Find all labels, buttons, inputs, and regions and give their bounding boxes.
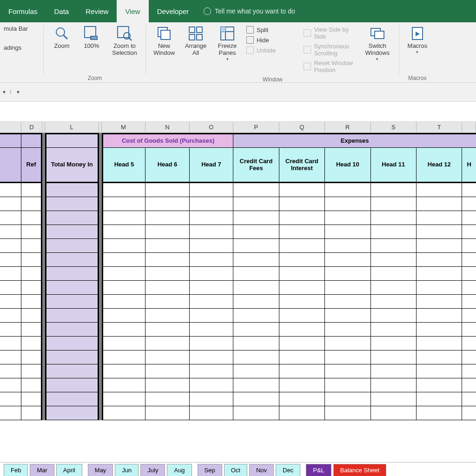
table-row[interactable] <box>0 295 476 309</box>
cell[interactable] <box>45 309 99 323</box>
cell[interactable] <box>21 267 42 281</box>
cell[interactable] <box>0 406 21 420</box>
cell[interactable] <box>145 239 190 253</box>
table-row[interactable] <box>0 392 476 406</box>
cell[interactable] <box>21 211 42 225</box>
cell[interactable] <box>325 364 370 378</box>
cell[interactable] <box>45 295 99 309</box>
zoom-100-button[interactable]: 100 100% <box>79 24 104 51</box>
cell[interactable] <box>416 406 462 420</box>
cell[interactable] <box>21 364 42 378</box>
cell[interactable] <box>45 406 99 420</box>
cell[interactable] <box>145 183 190 197</box>
cell[interactable] <box>21 406 42 420</box>
cell[interactable] <box>21 281 42 295</box>
cell[interactable] <box>325 392 370 406</box>
cell[interactable] <box>371 364 416 378</box>
cell[interactable] <box>325 350 370 364</box>
cell[interactable] <box>0 378 21 392</box>
cell[interactable] <box>0 323 21 337</box>
cell[interactable] <box>462 183 476 197</box>
cell[interactable] <box>279 406 325 420</box>
cell[interactable] <box>416 378 462 392</box>
column-header[interactable]: Q <box>279 122 325 132</box>
cell[interactable] <box>190 309 234 323</box>
new-window-button[interactable]: New Window <box>150 24 178 58</box>
cell[interactable] <box>279 183 325 197</box>
cell[interactable] <box>102 281 146 295</box>
column-header[interactable]: S <box>371 122 416 132</box>
zoom-button[interactable]: Zoom <box>47 24 76 51</box>
cell[interactable] <box>462 309 476 323</box>
hide-button[interactable]: Hide <box>246 35 269 45</box>
cell[interactable] <box>233 197 279 211</box>
cell[interactable] <box>45 364 99 378</box>
cell[interactable] <box>371 267 416 281</box>
cell[interactable] <box>279 378 325 392</box>
cell[interactable] <box>416 392 462 406</box>
sheet-tab-april[interactable]: April <box>56 464 82 476</box>
cell[interactable] <box>45 253 99 267</box>
cell[interactable] <box>462 253 476 267</box>
cell[interactable] <box>233 406 279 420</box>
table-row[interactable] <box>0 225 476 239</box>
cell[interactable] <box>102 267 146 281</box>
table-row[interactable] <box>0 267 476 281</box>
cell[interactable] <box>145 350 190 364</box>
cell[interactable] <box>190 183 234 197</box>
cell[interactable] <box>45 392 99 406</box>
cell[interactable] <box>325 337 370 350</box>
cell[interactable] <box>371 378 416 392</box>
cell[interactable] <box>279 239 325 253</box>
table-row[interactable] <box>0 323 476 337</box>
cell[interactable] <box>45 378 99 392</box>
cell[interactable] <box>21 392 42 406</box>
cell[interactable] <box>21 378 42 392</box>
cell[interactable] <box>145 211 190 225</box>
cell[interactable] <box>325 406 370 420</box>
column-header[interactable]: R <box>325 122 370 132</box>
tab-formulas[interactable]: Formulas <box>0 0 46 22</box>
sheet-tab-pl[interactable]: P&L <box>306 464 331 476</box>
cell[interactable] <box>190 281 234 295</box>
cell[interactable] <box>45 225 99 239</box>
cell[interactable] <box>233 392 279 406</box>
column-header[interactable]: T <box>416 122 462 132</box>
cell[interactable] <box>371 239 416 253</box>
cell[interactable] <box>233 295 279 309</box>
cell[interactable] <box>371 281 416 295</box>
unhide-button[interactable]: Unhide <box>246 46 276 55</box>
cell[interactable] <box>371 183 416 197</box>
cell[interactable] <box>102 323 146 337</box>
cell[interactable] <box>145 197 190 211</box>
cell[interactable] <box>416 225 462 239</box>
formula-bar-area[interactable] <box>0 101 476 122</box>
table-row[interactable] <box>0 211 476 225</box>
cell[interactable] <box>145 267 190 281</box>
cell[interactable] <box>416 337 462 350</box>
cell[interactable] <box>416 253 462 267</box>
sheet-tab-aug[interactable]: Aug <box>167 464 192 476</box>
cell[interactable] <box>416 197 462 211</box>
cell[interactable] <box>190 197 234 211</box>
cell[interactable] <box>279 350 325 364</box>
cell[interactable] <box>279 281 325 295</box>
sheet-tab-oct[interactable]: Oct <box>224 464 247 476</box>
cell[interactable] <box>145 378 190 392</box>
cell[interactable] <box>462 267 476 281</box>
cell[interactable] <box>416 267 462 281</box>
cell[interactable] <box>462 323 476 337</box>
qat-icon[interactable]: ▾ <box>3 89 6 95</box>
cell[interactable] <box>279 392 325 406</box>
cell[interactable] <box>325 211 370 225</box>
qat-dropdown[interactable]: ▾ <box>17 89 20 95</box>
cell[interactable] <box>0 267 21 281</box>
cell[interactable] <box>371 323 416 337</box>
cell[interactable] <box>416 350 462 364</box>
cell[interactable] <box>145 253 190 267</box>
table-row[interactable] <box>0 253 476 267</box>
sheet-tab-balance-sheet[interactable]: Balance Sheet <box>333 464 387 476</box>
cell[interactable] <box>102 211 146 225</box>
tell-me-search[interactable]: Tell me what you want to do <box>197 0 302 22</box>
cell[interactable] <box>21 183 42 197</box>
